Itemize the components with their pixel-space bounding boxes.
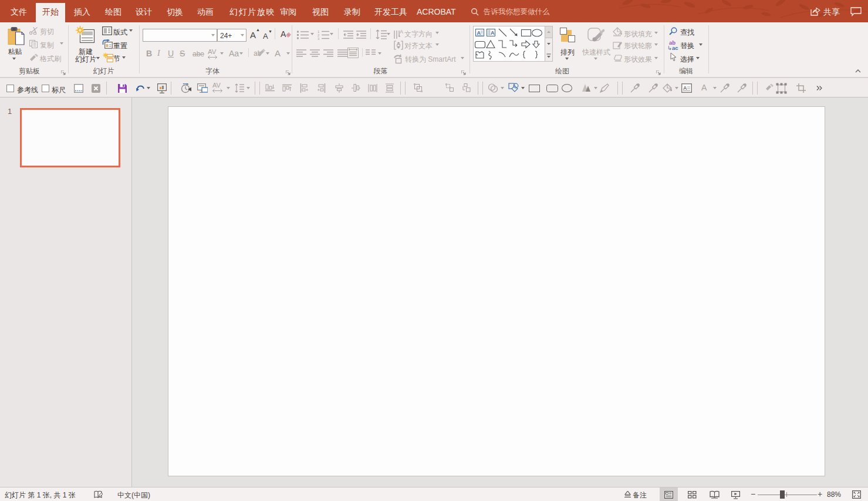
svg-text:A: A xyxy=(491,30,495,36)
svg-text:3: 3 xyxy=(318,37,320,40)
svg-text:A: A xyxy=(400,29,403,35)
svg-text:A: A xyxy=(683,85,687,91)
svg-text:A: A xyxy=(477,30,481,36)
